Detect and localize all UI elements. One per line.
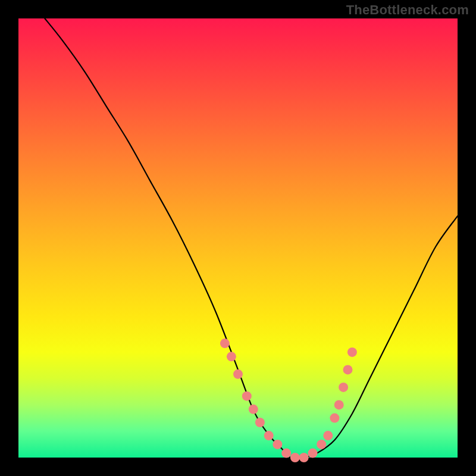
bottleneck-curve (45, 18, 458, 458)
highlight-dot (227, 352, 236, 361)
plot-area (18, 18, 458, 458)
highlight-dot (323, 431, 333, 440)
highlight-dot (347, 347, 357, 357)
highlight-dot (317, 440, 326, 449)
highlight-dot (343, 365, 353, 374)
highlight-dot (242, 392, 252, 401)
highlight-dot (308, 449, 318, 458)
highlight-dot (339, 383, 348, 392)
highlight-dot (281, 449, 291, 458)
highlight-dot (334, 400, 344, 409)
highlight-dot (255, 418, 265, 427)
chart-frame: TheBottleneck.com (0, 0, 476, 476)
chart-svg (18, 18, 458, 458)
highlight-dots (220, 339, 357, 462)
highlight-dot (330, 414, 339, 423)
watermark-text: TheBottleneck.com (346, 2, 469, 18)
highlight-dot (273, 440, 282, 449)
highlight-dot (264, 431, 274, 440)
highlight-dot (299, 453, 309, 462)
highlight-dot (249, 405, 258, 414)
highlight-dot (220, 339, 230, 348)
highlight-dot (290, 453, 300, 462)
highlight-dot (233, 369, 243, 379)
